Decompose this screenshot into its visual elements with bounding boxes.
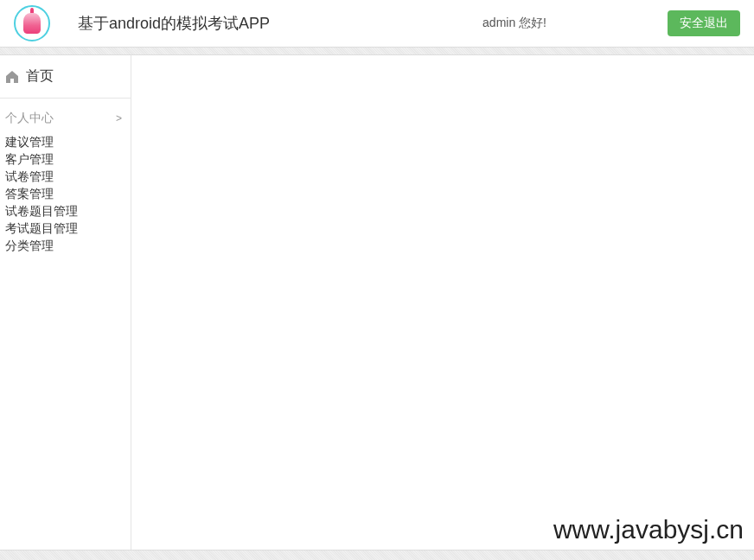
sidebar-item-exam-paper[interactable]: 试卷管理 bbox=[5, 168, 131, 185]
main-area: 首页 个人中心 > 建议管理 客户管理 试卷管理 答案管理 试卷题目管理 考试题… bbox=[0, 55, 754, 560]
home-icon bbox=[5, 70, 19, 84]
user-greeting: admin 您好! bbox=[482, 16, 546, 31]
sidebar-item-exam-question[interactable]: 考试题目管理 bbox=[5, 220, 131, 237]
sidebar-item-suggestion[interactable]: 建议管理 bbox=[5, 133, 131, 150]
header: 基于android的模拟考试APP admin 您好! 安全退出 bbox=[0, 0, 754, 47]
top-divider bbox=[0, 47, 754, 55]
app-title: 基于android的模拟考试APP bbox=[78, 13, 270, 34]
menu-list: 建议管理 客户管理 试卷管理 答案管理 试卷题目管理 考试题目管理 分类管理 bbox=[0, 133, 131, 254]
cupcake-icon bbox=[23, 13, 41, 34]
sidebar-item-customer[interactable]: 客户管理 bbox=[5, 150, 131, 168]
sidebar-home[interactable]: 首页 bbox=[0, 55, 131, 99]
sidebar-item-paper-question[interactable]: 试卷题目管理 bbox=[5, 202, 131, 220]
sidebar-item-category[interactable]: 分类管理 bbox=[5, 237, 131, 254]
sidebar-item-answer[interactable]: 答案管理 bbox=[5, 185, 131, 202]
chevron-right-icon: > bbox=[116, 112, 122, 124]
sidebar-section-personal[interactable]: 个人中心 > bbox=[0, 99, 131, 133]
sidebar: 首页 个人中心 > 建议管理 客户管理 试卷管理 答案管理 试卷题目管理 考试题… bbox=[0, 55, 131, 560]
app-logo bbox=[14, 5, 50, 41]
logout-button[interactable]: 安全退出 bbox=[668, 10, 740, 36]
header-right: admin 您好! 安全退出 bbox=[482, 10, 740, 36]
home-label: 首页 bbox=[26, 67, 54, 86]
bottom-divider bbox=[0, 550, 754, 560]
content-area bbox=[131, 55, 754, 560]
watermark: www.javabysj.cn bbox=[553, 515, 744, 544]
section-title: 个人中心 bbox=[5, 111, 54, 126]
logo-container: 基于android的模拟考试APP bbox=[14, 5, 270, 41]
